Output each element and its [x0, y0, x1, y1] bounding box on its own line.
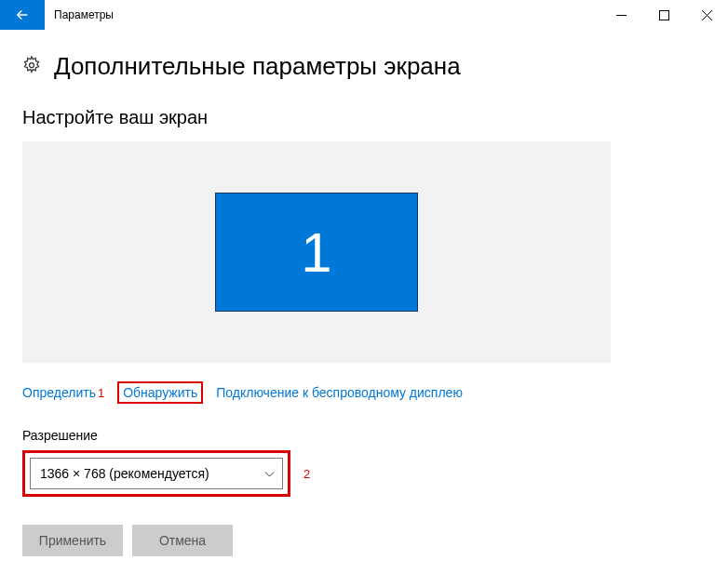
display-actions-row: Определить1 Обнаружить Подключение к бес… — [22, 381, 706, 404]
monitor-1[interactable]: 1 — [215, 193, 418, 312]
close-button[interactable] — [685, 0, 728, 30]
back-button[interactable] — [0, 0, 45, 30]
cancel-button[interactable]: Отмена — [132, 525, 233, 556]
arrow-left-icon — [14, 7, 31, 23]
chevron-down-icon — [264, 469, 275, 479]
page-title: Дополнительные параметры экрана — [54, 52, 461, 81]
window-controls — [600, 0, 728, 30]
apply-button[interactable]: Применить — [22, 525, 123, 556]
wireless-display-link[interactable]: Подключение к беспроводному дисплею — [216, 385, 463, 400]
action-buttons: Применить Отмена — [22, 525, 706, 556]
gear-icon — [22, 56, 41, 77]
window-title: Параметры — [54, 8, 114, 21]
annotation-2: 2 — [303, 467, 310, 481]
monitor-number: 1 — [301, 220, 331, 285]
resolution-value: 1366 × 768 (рекомендуется) — [40, 466, 209, 481]
section-title: Настройте ваш экран — [22, 107, 706, 128]
maximize-icon — [659, 10, 669, 20]
detect-link[interactable]: Обнаружить — [123, 385, 197, 400]
svg-rect-1 — [659, 10, 668, 20]
maximize-button[interactable] — [642, 0, 685, 30]
svg-point-4 — [30, 63, 34, 68]
content-area: Дополнительные параметры экрана Настройт… — [0, 30, 728, 556]
resolution-label: Разрешение — [22, 428, 706, 443]
page-header: Дополнительные параметры экрана — [22, 52, 706, 81]
identify-link[interactable]: Определить — [22, 385, 96, 400]
titlebar: Параметры — [0, 0, 728, 30]
resolution-dropdown[interactable]: 1366 × 768 (рекомендуется) — [30, 458, 283, 489]
monitor-preview-area[interactable]: 1 — [22, 141, 611, 363]
annotation-1: 1 — [98, 386, 104, 400]
annotation-highlight-2: 1366 × 768 (рекомендуется) — [22, 450, 290, 497]
minimize-icon — [616, 10, 627, 20]
close-icon — [702, 10, 712, 20]
minimize-button[interactable] — [600, 0, 642, 30]
